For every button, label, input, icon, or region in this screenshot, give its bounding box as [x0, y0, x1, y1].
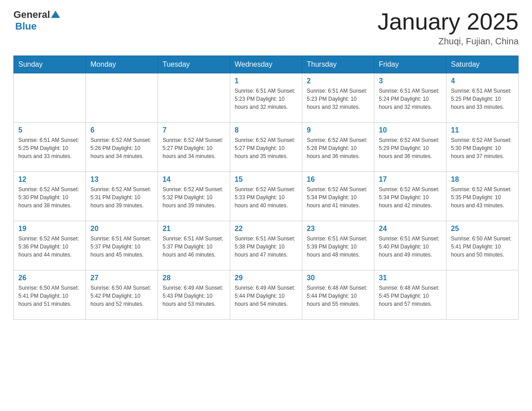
day-number: 3	[379, 77, 442, 85]
day-info: Sunrise: 6:51 AM Sunset: 5:24 PM Dayligh…	[379, 87, 442, 111]
calendar-day-cell: 25Sunrise: 6:50 AM Sunset: 5:41 PM Dayli…	[446, 221, 519, 270]
day-number: 11	[451, 126, 514, 134]
calendar-day-cell: 23Sunrise: 6:51 AM Sunset: 5:39 PM Dayli…	[302, 221, 374, 270]
calendar-day-cell	[14, 73, 86, 123]
day-number: 28	[163, 274, 225, 282]
calendar-day-cell: 31Sunrise: 6:48 AM Sunset: 5:45 PM Dayli…	[374, 270, 446, 320]
day-info: Sunrise: 6:50 AM Sunset: 5:41 PM Dayligh…	[451, 235, 514, 259]
day-number: 5	[18, 126, 81, 134]
calendar-day-cell: 10Sunrise: 6:52 AM Sunset: 5:29 PM Dayli…	[374, 123, 446, 172]
day-info: Sunrise: 6:51 AM Sunset: 5:40 PM Dayligh…	[379, 235, 442, 259]
day-info: Sunrise: 6:50 AM Sunset: 5:41 PM Dayligh…	[18, 284, 81, 308]
day-info: Sunrise: 6:50 AM Sunset: 5:42 PM Dayligh…	[90, 284, 153, 308]
day-number: 26	[18, 274, 81, 282]
day-number: 31	[379, 274, 442, 282]
day-info: Sunrise: 6:52 AM Sunset: 5:29 PM Dayligh…	[379, 136, 442, 160]
calendar-day-cell: 17Sunrise: 6:52 AM Sunset: 5:34 PM Dayli…	[374, 172, 446, 221]
day-info: Sunrise: 6:48 AM Sunset: 5:44 PM Dayligh…	[307, 284, 369, 308]
calendar-day-cell: 6Sunrise: 6:52 AM Sunset: 5:26 PM Daylig…	[86, 123, 158, 172]
day-info: Sunrise: 6:51 AM Sunset: 5:37 PM Dayligh…	[90, 235, 153, 259]
day-number: 16	[307, 176, 369, 184]
calendar-day-cell: 28Sunrise: 6:49 AM Sunset: 5:43 PM Dayli…	[158, 270, 230, 320]
day-number: 7	[163, 126, 225, 134]
day-number: 14	[163, 176, 225, 184]
calendar-day-cell	[446, 270, 519, 320]
calendar-header-sunday: Sunday	[14, 56, 86, 73]
calendar-day-cell: 13Sunrise: 6:52 AM Sunset: 5:31 PM Dayli…	[86, 172, 158, 221]
calendar-header-thursday: Thursday	[302, 56, 374, 73]
calendar-day-cell: 16Sunrise: 6:52 AM Sunset: 5:34 PM Dayli…	[302, 172, 374, 221]
day-info: Sunrise: 6:52 AM Sunset: 5:34 PM Dayligh…	[307, 185, 369, 210]
day-info: Sunrise: 6:51 AM Sunset: 5:37 PM Dayligh…	[163, 235, 225, 259]
calendar-header-wednesday: Wednesday	[230, 56, 302, 73]
calendar-day-cell: 12Sunrise: 6:52 AM Sunset: 5:30 PM Dayli…	[14, 172, 86, 221]
day-number: 8	[235, 126, 297, 134]
day-info: Sunrise: 6:51 AM Sunset: 5:23 PM Dayligh…	[307, 87, 369, 111]
day-number: 4	[451, 77, 514, 85]
day-info: Sunrise: 6:51 AM Sunset: 5:25 PM Dayligh…	[451, 87, 514, 111]
calendar-day-cell: 14Sunrise: 6:52 AM Sunset: 5:32 PM Dayli…	[158, 172, 230, 221]
day-info: Sunrise: 6:52 AM Sunset: 5:36 PM Dayligh…	[18, 235, 81, 259]
day-number: 17	[379, 176, 442, 184]
calendar-table: SundayMondayTuesdayWednesdayThursdayFrid…	[13, 56, 519, 320]
calendar-day-cell: 29Sunrise: 6:49 AM Sunset: 5:44 PM Dayli…	[230, 270, 302, 320]
day-number: 10	[379, 126, 442, 134]
calendar-header-friday: Friday	[374, 56, 446, 73]
day-number: 23	[307, 225, 369, 233]
day-info: Sunrise: 6:52 AM Sunset: 5:27 PM Dayligh…	[235, 136, 297, 160]
calendar-day-cell: 18Sunrise: 6:52 AM Sunset: 5:35 PM Dayli…	[446, 172, 519, 221]
day-number: 15	[235, 176, 297, 184]
logo-triangle-icon	[51, 9, 60, 19]
day-number: 20	[90, 225, 153, 233]
day-number: 21	[163, 225, 225, 233]
day-number: 18	[451, 176, 514, 184]
title-area: January 2025 Zhuqi, Fujian, China	[378, 9, 519, 47]
calendar-day-cell: 2Sunrise: 6:51 AM Sunset: 5:23 PM Daylig…	[302, 73, 374, 123]
day-info: Sunrise: 6:52 AM Sunset: 5:27 PM Dayligh…	[163, 136, 225, 160]
calendar-day-cell: 26Sunrise: 6:50 AM Sunset: 5:41 PM Dayli…	[14, 270, 86, 320]
calendar-day-cell: 15Sunrise: 6:52 AM Sunset: 5:33 PM Dayli…	[230, 172, 302, 221]
calendar-header-saturday: Saturday	[446, 56, 519, 73]
calendar-day-cell: 22Sunrise: 6:51 AM Sunset: 5:38 PM Dayli…	[230, 221, 302, 270]
calendar-week-row: 5Sunrise: 6:51 AM Sunset: 5:25 PM Daylig…	[14, 123, 519, 172]
day-info: Sunrise: 6:49 AM Sunset: 5:43 PM Dayligh…	[163, 284, 225, 308]
day-number: 13	[90, 176, 153, 184]
calendar-header-monday: Monday	[86, 56, 158, 73]
location-text: Zhuqi, Fujian, China	[378, 36, 519, 47]
calendar-day-cell: 24Sunrise: 6:51 AM Sunset: 5:40 PM Dayli…	[374, 221, 446, 270]
day-number: 24	[379, 225, 442, 233]
day-info: Sunrise: 6:52 AM Sunset: 5:32 PM Dayligh…	[163, 185, 225, 210]
logo-general-text: General	[13, 9, 50, 21]
day-info: Sunrise: 6:51 AM Sunset: 5:38 PM Dayligh…	[235, 235, 297, 259]
day-number: 9	[307, 126, 369, 134]
calendar-header-row: SundayMondayTuesdayWednesdayThursdayFrid…	[14, 56, 519, 73]
day-info: Sunrise: 6:49 AM Sunset: 5:44 PM Dayligh…	[235, 284, 297, 308]
calendar-week-row: 12Sunrise: 6:52 AM Sunset: 5:30 PM Dayli…	[14, 172, 519, 221]
day-number: 6	[90, 126, 153, 134]
day-info: Sunrise: 6:52 AM Sunset: 5:28 PM Dayligh…	[307, 136, 369, 160]
day-number: 30	[307, 274, 369, 282]
calendar-week-row: 1Sunrise: 6:51 AM Sunset: 5:23 PM Daylig…	[14, 73, 519, 123]
calendar-day-cell: 8Sunrise: 6:52 AM Sunset: 5:27 PM Daylig…	[230, 123, 302, 172]
calendar-day-cell	[86, 73, 158, 123]
day-info: Sunrise: 6:52 AM Sunset: 5:35 PM Dayligh…	[451, 185, 514, 210]
day-info: Sunrise: 6:51 AM Sunset: 5:25 PM Dayligh…	[18, 136, 81, 160]
month-title: January 2025	[378, 9, 519, 34]
day-info: Sunrise: 6:51 AM Sunset: 5:23 PM Dayligh…	[235, 87, 297, 111]
calendar-day-cell: 27Sunrise: 6:50 AM Sunset: 5:42 PM Dayli…	[86, 270, 158, 320]
calendar-day-cell: 7Sunrise: 6:52 AM Sunset: 5:27 PM Daylig…	[158, 123, 230, 172]
calendar-week-row: 19Sunrise: 6:52 AM Sunset: 5:36 PM Dayli…	[14, 221, 519, 270]
logo-blue-text: Blue	[15, 21, 37, 32]
day-number: 19	[18, 225, 81, 233]
day-info: Sunrise: 6:52 AM Sunset: 5:33 PM Dayligh…	[235, 185, 297, 210]
day-info: Sunrise: 6:52 AM Sunset: 5:34 PM Dayligh…	[379, 185, 442, 210]
day-info: Sunrise: 6:51 AM Sunset: 5:39 PM Dayligh…	[307, 235, 369, 259]
calendar-day-cell: 20Sunrise: 6:51 AM Sunset: 5:37 PM Dayli…	[86, 221, 158, 270]
day-info: Sunrise: 6:52 AM Sunset: 5:30 PM Dayligh…	[451, 136, 514, 160]
day-info: Sunrise: 6:48 AM Sunset: 5:45 PM Dayligh…	[379, 284, 442, 308]
calendar-day-cell: 3Sunrise: 6:51 AM Sunset: 5:24 PM Daylig…	[374, 73, 446, 123]
day-number: 27	[90, 274, 153, 282]
calendar-day-cell: 30Sunrise: 6:48 AM Sunset: 5:44 PM Dayli…	[302, 270, 374, 320]
calendar-day-cell: 9Sunrise: 6:52 AM Sunset: 5:28 PM Daylig…	[302, 123, 374, 172]
svg-marker-0	[51, 11, 60, 18]
